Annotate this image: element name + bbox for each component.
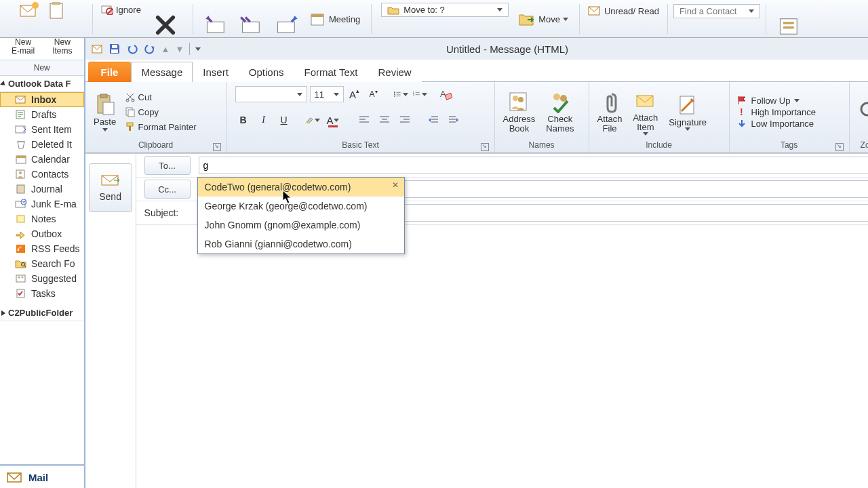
quick-access-toolbar: ▲ ▼ Untitled - Message (HTML)	[85, 38, 868, 60]
tab-file[interactable]: File	[88, 62, 132, 82]
next-icon[interactable]: ▼	[175, 44, 184, 54]
svg-rect-24	[17, 185, 24, 193]
tree-header-c2[interactable]: C2PublicFolder	[0, 305, 84, 321]
font-color-icon[interactable]: A	[325, 112, 341, 128]
high-importance-button[interactable]: !High Importance	[736, 107, 816, 117]
clear-formatting-icon[interactable]: A	[437, 86, 454, 102]
new-email-button[interactable]	[18, 0, 40, 22]
font-family-select[interactable]	[235, 86, 307, 102]
to-button[interactable]: To...	[144, 156, 191, 175]
svg-point-51	[394, 94, 395, 95]
paste-button[interactable]: Paste	[88, 84, 122, 140]
underline-button[interactable]: U	[276, 112, 292, 128]
folder-search[interactable]: Search Fo	[0, 256, 84, 271]
address-book-button[interactable]: Address Book	[498, 84, 541, 140]
attach-file-button[interactable]: Attach File	[592, 84, 628, 140]
highlight-icon[interactable]	[304, 112, 321, 128]
folder-outbox[interactable]: Outbox	[0, 226, 84, 241]
font-size-select[interactable]: 11	[310, 86, 344, 102]
align-left-icon[interactable]	[356, 112, 372, 128]
new-group-label: New	[0, 60, 84, 76]
align-right-icon[interactable]	[397, 112, 413, 128]
folder-rss[interactable]: RSS Feeds	[0, 241, 84, 256]
folder-drafts[interactable]: Drafts	[0, 107, 84, 122]
tree-header2-label: C2PublicFolder	[8, 308, 73, 318]
autocomplete-item[interactable]: Rob Gianni (gianni@codetwo.com)	[198, 235, 404, 253]
folder-notes[interactable]: Notes	[0, 211, 84, 226]
grow-font-icon[interactable]: A▴	[347, 86, 363, 102]
svg-rect-9	[277, 22, 294, 33]
outdent-icon[interactable]	[425, 112, 441, 128]
folder-suggested[interactable]: Suggested	[0, 271, 84, 286]
signature-button[interactable]: Signature	[663, 84, 712, 140]
svg-point-23	[19, 171, 22, 174]
move-button[interactable]: Move	[513, 0, 574, 38]
follow-up-button[interactable]: Follow Up	[736, 96, 816, 106]
folder-junk[interactable]: Junk E-ma	[0, 197, 84, 211]
basic-text-launcher-icon[interactable]: ↘	[481, 143, 489, 151]
folder-deleted[interactable]: Deleted It	[0, 137, 84, 152]
svg-rect-3	[52, 2, 60, 5]
tab-review[interactable]: Review	[368, 62, 421, 82]
qat-icon[interactable]	[91, 43, 103, 55]
numbering-icon[interactable]: 12	[412, 86, 428, 102]
cc-button[interactable]: Cc...	[144, 180, 191, 199]
tab-message[interactable]: Message	[131, 62, 193, 82]
cursor-icon	[282, 190, 293, 205]
tab-insert[interactable]: Insert	[193, 62, 239, 82]
reply-all-icon[interactable]	[234, 0, 269, 38]
tree-header-outlook[interactable]: Outlook Data F	[0, 76, 84, 92]
autocomplete-item[interactable]: John Gnomm (gnom@example.com)	[198, 216, 404, 235]
attach-item-button[interactable]: Attach Item	[627, 84, 663, 140]
svg-rect-47	[128, 110, 134, 117]
addin-icon[interactable]	[772, 0, 807, 38]
autocomplete-remove-icon[interactable]: ✕	[391, 180, 400, 190]
message-window: ▲ ▼ Untitled - Message (HTML) File Messa…	[85, 38, 868, 488]
svg-point-35	[22, 277, 24, 279]
message-body[interactable]	[136, 225, 868, 483]
svg-rect-28	[17, 216, 24, 222]
send-button[interactable]: Send	[89, 163, 132, 212]
prev-icon[interactable]: ▲	[161, 44, 170, 54]
svg-point-86	[861, 103, 868, 115]
unread-button[interactable]: Unread/ Read	[585, 4, 662, 18]
meeting-button[interactable]: Meeting	[304, 0, 366, 38]
folder-calendar[interactable]: Calendar	[0, 152, 84, 167]
clipboard-launcher-icon[interactable]: ↘	[213, 143, 221, 151]
ignore-button[interactable]: Ignore	[98, 3, 144, 16]
new-items-button[interactable]	[47, 0, 68, 22]
low-importance-button[interactable]: Low Importance	[736, 119, 816, 129]
folder-contacts[interactable]: Contacts	[0, 167, 84, 182]
autocomplete-item[interactable]: CodeTwo (general@codetwo.com)✕	[198, 178, 404, 197]
reply-icon[interactable]	[199, 0, 234, 38]
shrink-font-icon[interactable]: A▾	[366, 86, 382, 102]
folder-tasks[interactable]: Tasks	[0, 286, 84, 301]
nav-mail-button[interactable]: Mail	[0, 464, 84, 488]
undo-icon[interactable]	[126, 43, 138, 55]
tab-options[interactable]: Options	[239, 62, 294, 82]
zoom-button[interactable]	[852, 84, 868, 140]
check-names-button[interactable]: Check Names	[540, 84, 579, 140]
forward-icon[interactable]	[269, 0, 304, 38]
tab-format-text[interactable]: Format Text	[294, 62, 368, 82]
folder-sent[interactable]: Sent Item	[0, 122, 84, 137]
qat-more-icon[interactable]	[195, 47, 201, 51]
save-icon[interactable]	[108, 43, 121, 55]
folder-journal[interactable]: Journal	[0, 182, 84, 197]
indent-icon[interactable]	[446, 112, 462, 128]
move-to-dropdown[interactable]: Move to: ?	[381, 3, 509, 17]
bold-button[interactable]: B	[235, 112, 252, 128]
bullets-icon[interactable]	[393, 86, 409, 102]
autocomplete-item[interactable]: George Krzak (george@codetwo.com)	[198, 197, 404, 216]
cut-button[interactable]: Cut	[122, 90, 199, 104]
to-input[interactable]	[199, 157, 868, 174]
tags-launcher-icon[interactable]: ↘	[835, 143, 844, 151]
italic-button[interactable]: I	[256, 112, 272, 128]
align-center-icon[interactable]	[376, 112, 393, 128]
folder-inbox[interactable]: Inbox	[0, 92, 84, 107]
delete-button[interactable]	[144, 0, 187, 35]
copy-button[interactable]: Copy	[122, 105, 199, 119]
find-contact-input[interactable]: Find a Contact	[673, 4, 760, 18]
redo-icon[interactable]	[144, 43, 156, 55]
format-painter-button[interactable]: Format Painter	[122, 120, 199, 134]
